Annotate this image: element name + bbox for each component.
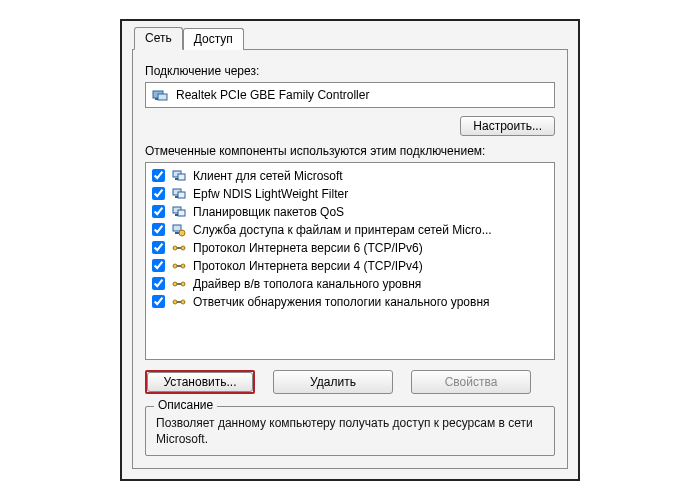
client-icon [171, 186, 187, 202]
component-label: Epfw NDIS LightWeight Filter [193, 187, 348, 201]
properties-button[interactable]: Свойства [411, 370, 531, 394]
component-checkbox[interactable] [152, 277, 165, 290]
tab-network[interactable]: Сеть [134, 27, 183, 50]
list-item[interactable]: Протокол Интернета версии 4 (TCP/IPv4) [148, 257, 552, 275]
svg-rect-2 [155, 98, 158, 100]
tab-panel: Подключение через: Realtek PCIe GBE Fami… [132, 49, 568, 469]
svg-rect-5 [178, 174, 185, 180]
list-item[interactable]: Драйвер в/в тополога канального уровня [148, 275, 552, 293]
component-checkbox[interactable] [152, 205, 165, 218]
svg-point-14 [179, 230, 185, 236]
component-label: Клиент для сетей Microsoft [193, 169, 343, 183]
component-checkbox[interactable] [152, 259, 165, 272]
component-label: Служба доступа к файлам и принтерам сете… [193, 223, 492, 237]
client-icon [171, 168, 187, 184]
client-icon [171, 204, 187, 220]
component-checkbox[interactable] [152, 169, 165, 182]
component-label: Протокол Интернета версии 4 (TCP/IPv4) [193, 259, 423, 273]
list-item[interactable]: Клиент для сетей Microsoft [148, 167, 552, 185]
svg-point-26 [181, 300, 185, 304]
list-item[interactable]: Служба доступа к файлам и принтерам сете… [148, 221, 552, 239]
adapter-box[interactable]: Realtek PCIe GBE Family Controller [145, 82, 555, 108]
protocol-icon [171, 258, 187, 274]
configure-button[interactable]: Настроить... [460, 116, 555, 136]
component-checkbox[interactable] [152, 241, 165, 254]
svg-rect-11 [178, 210, 185, 216]
protocol-icon [171, 240, 187, 256]
adapter-name: Realtek PCIe GBE Family Controller [176, 88, 369, 102]
components-label: Отмеченные компоненты используются этим … [145, 144, 555, 158]
description-legend: Описание [154, 398, 217, 412]
component-label: Планировщик пакетов QoS [193, 205, 344, 219]
svg-rect-12 [173, 225, 181, 231]
service-icon [171, 222, 187, 238]
svg-point-25 [173, 300, 177, 304]
component-checkbox[interactable] [152, 223, 165, 236]
dialog-frame: Сеть Доступ Подключение через: Realtek P… [120, 19, 580, 481]
components-list[interactable]: Клиент для сетей MicrosoftEpfw NDIS Ligh… [145, 162, 555, 360]
tab-bar: Сеть Доступ [132, 27, 568, 50]
protocol-icon [171, 294, 187, 310]
component-label: Протокол Интернета версии 6 (TCP/IPv6) [193, 241, 423, 255]
svg-point-22 [173, 282, 177, 286]
tab-label: Сеть [145, 31, 172, 45]
list-item[interactable]: Планировщик пакетов QoS [148, 203, 552, 221]
component-checkbox[interactable] [152, 295, 165, 308]
connect-using-label: Подключение через: [145, 64, 555, 78]
list-item[interactable]: Ответчик обнаружения топологии канальног… [148, 293, 552, 311]
svg-rect-13 [175, 232, 179, 234]
component-checkbox[interactable] [152, 187, 165, 200]
install-highlight: Установить... [145, 370, 255, 394]
description-group: Описание Позволяет данному компьютеру по… [145, 406, 555, 456]
list-item[interactable]: Epfw NDIS LightWeight Filter [148, 185, 552, 203]
tab-access[interactable]: Доступ [183, 28, 244, 50]
svg-point-23 [181, 282, 185, 286]
svg-point-16 [173, 246, 177, 250]
svg-point-20 [181, 264, 185, 268]
network-adapter-icon [152, 87, 168, 103]
uninstall-button[interactable]: Удалить [273, 370, 393, 394]
component-label: Ответчик обнаружения топологии канальног… [193, 295, 490, 309]
install-button[interactable]: Установить... [147, 372, 253, 392]
component-label: Драйвер в/в тополога канального уровня [193, 277, 421, 291]
svg-rect-8 [178, 192, 185, 198]
list-item[interactable]: Протокол Интернета версии 6 (TCP/IPv6) [148, 239, 552, 257]
svg-point-17 [181, 246, 185, 250]
tab-label: Доступ [194, 32, 233, 46]
description-text: Позволяет данному компьютеру получать до… [156, 415, 544, 447]
protocol-icon [171, 276, 187, 292]
svg-point-19 [173, 264, 177, 268]
svg-rect-1 [158, 94, 167, 100]
